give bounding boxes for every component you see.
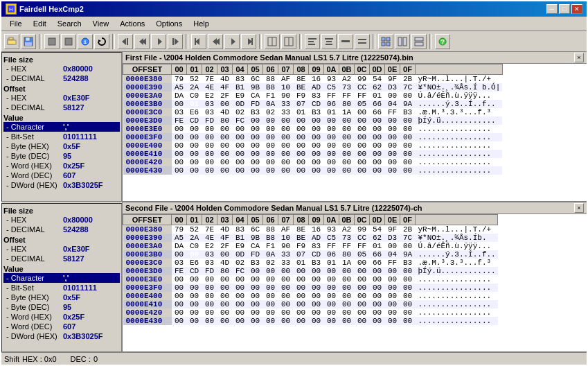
hex-cell[interactable]: E2 xyxy=(202,242,217,250)
hex-cell[interactable]: 9B xyxy=(248,83,263,92)
tb-line-2[interactable] xyxy=(355,34,370,49)
hex-cell[interactable]: E6 xyxy=(187,259,202,267)
hex-cell[interactable]: 00 xyxy=(400,125,416,133)
hex-cell[interactable]: 9F xyxy=(385,75,400,84)
menu-item-view[interactable]: View xyxy=(87,18,115,29)
hex-cell[interactable]: 00 xyxy=(187,133,202,141)
offset-cell[interactable]: 0000E3D0 xyxy=(123,267,172,275)
hex-cell[interactable]: 00 xyxy=(187,300,202,308)
hex-cell[interactable]: 4D xyxy=(217,108,233,116)
hex-cell[interactable]: BE xyxy=(294,234,309,242)
hex-cell[interactable]: 9A xyxy=(400,100,416,108)
hex-cell[interactable]: 00 xyxy=(400,284,416,292)
hex-cell[interactable]: 00 xyxy=(400,133,416,141)
hex-cell[interactable]: 00 xyxy=(309,317,324,325)
hex-cell[interactable]: 00 xyxy=(385,158,400,166)
hex-cell[interactable]: 8E xyxy=(294,75,309,84)
hex-cell[interactable]: 83 xyxy=(309,242,324,250)
hex-cell[interactable]: 00 xyxy=(248,308,263,317)
hex-cell[interactable]: 00 xyxy=(233,166,248,175)
info-button[interactable]: i xyxy=(78,34,93,49)
hex-cell[interactable]: 00 xyxy=(187,284,202,292)
hex-cell[interactable]: 4D xyxy=(217,75,233,84)
hex-cell[interactable]: 00 xyxy=(294,267,309,275)
hex-cell[interactable]: 00 xyxy=(233,284,248,292)
help-button[interactable]: ? xyxy=(435,34,450,49)
hex-cell[interactable]: 00 xyxy=(202,133,217,141)
hex-cell[interactable]: 16 xyxy=(309,75,324,84)
hex-cell[interactable]: 99 xyxy=(355,75,370,84)
hex-cell[interactable]: A2 xyxy=(339,75,355,84)
hex-cell[interactable]: 79 xyxy=(172,225,187,234)
hex-cell[interactable]: 00 xyxy=(400,275,416,284)
hex-cell[interactable]: 00 xyxy=(217,141,233,150)
hex-cell[interactable]: CD xyxy=(309,100,324,108)
hex-cell[interactable]: 33 xyxy=(278,250,294,259)
hex-cell[interactable]: 4D xyxy=(217,259,233,267)
hex-cell[interactable]: 00 xyxy=(294,166,309,175)
hex-cell[interactable]: 6C xyxy=(248,75,263,84)
hex-cell[interactable]: 80 xyxy=(339,250,355,259)
hex-cell[interactable]: 88 xyxy=(263,75,278,84)
hex-cell[interactable]: A5 xyxy=(172,234,187,242)
hex-cell[interactable]: E2 xyxy=(202,92,217,100)
tb-btn-4[interactable] xyxy=(61,34,76,49)
hex-cell[interactable]: 00 xyxy=(217,150,233,158)
hex-cell[interactable]: 00 xyxy=(370,267,385,275)
hex-cell[interactable]: 00 xyxy=(355,133,370,141)
hex-cell[interactable]: 00 xyxy=(248,141,263,150)
nav-first-2[interactable] xyxy=(191,34,206,49)
hex-cell[interactable]: 00 xyxy=(172,275,187,284)
hex-cell[interactable]: 00 xyxy=(324,284,339,292)
hex-cell[interactable]: 00 xyxy=(294,141,309,150)
hex-cell[interactable]: 00 xyxy=(187,250,202,259)
hex-cell[interactable]: 00 xyxy=(355,158,370,166)
hex-cell[interactable]: 00 xyxy=(385,166,400,175)
hex-cell[interactable]: 00 xyxy=(172,292,187,300)
hex-cell[interactable]: 00 xyxy=(309,292,324,300)
hex-cell[interactable]: 00 xyxy=(172,308,187,317)
hex-cell[interactable]: 00 xyxy=(294,158,309,166)
hex-cell[interactable]: 01 xyxy=(324,259,339,267)
hex-cell[interactable]: 00 xyxy=(202,317,217,325)
hex-cell[interactable]: 00 xyxy=(294,292,309,300)
hex-cell[interactable]: 01 xyxy=(370,242,385,250)
hex-cell[interactable]: 00 xyxy=(355,292,370,300)
hex-cell[interactable]: 00 xyxy=(217,250,233,259)
hex-cell[interactable]: 06 xyxy=(324,250,339,259)
hex-cell[interactable]: 00 xyxy=(263,150,278,158)
hex-cell[interactable]: 00 xyxy=(187,308,202,317)
hex-cell[interactable]: 00 xyxy=(278,308,294,317)
hex-cell[interactable]: 00 xyxy=(370,116,385,125)
hex-cell[interactable]: FF xyxy=(324,242,339,250)
hex-cell[interactable]: 00 xyxy=(400,92,416,100)
hex-cell[interactable]: 00 xyxy=(172,150,187,158)
hex-cell[interactable]: 33 xyxy=(278,259,294,267)
hex-cell[interactable]: 00 xyxy=(217,125,233,133)
offset-cell[interactable]: 0000E420 xyxy=(123,158,172,166)
hex-cell[interactable]: 00 xyxy=(187,275,202,284)
hex-cell[interactable]: 00 xyxy=(309,166,324,175)
hex-cell[interactable]: 02 xyxy=(263,259,278,267)
hex-cell[interactable]: 00 xyxy=(217,158,233,166)
hex-cell[interactable]: 00 xyxy=(309,116,324,125)
hex-cell[interactable]: 00 xyxy=(172,250,187,259)
nav-first[interactable] xyxy=(118,34,133,49)
hex-cell[interactable]: 00 xyxy=(370,166,385,175)
hex-cell[interactable]: 73 xyxy=(339,83,355,92)
hex-cell[interactable]: 00 xyxy=(370,308,385,317)
hex-cell[interactable]: C5 xyxy=(324,234,339,242)
hex-cell[interactable]: 00 xyxy=(385,92,400,100)
hex-cell[interactable]: 00 xyxy=(339,166,355,175)
offset-cell[interactable]: 0000E3A0 xyxy=(123,92,172,100)
tb-view-3[interactable] xyxy=(411,34,427,49)
hex-cell[interactable]: 00 xyxy=(400,308,416,317)
sync-btn-2[interactable] xyxy=(281,34,296,49)
hex-cell[interactable]: 00 xyxy=(248,292,263,300)
hex-cell[interactable]: 00 xyxy=(370,292,385,300)
hex-cell[interactable]: 00 xyxy=(202,125,217,133)
hex-cell[interactable]: 06 xyxy=(324,100,339,108)
hex-cell[interactable]: 00 xyxy=(355,108,370,116)
hex-cell[interactable]: 33 xyxy=(278,108,294,116)
hex-cell[interactable]: 00 xyxy=(355,284,370,292)
